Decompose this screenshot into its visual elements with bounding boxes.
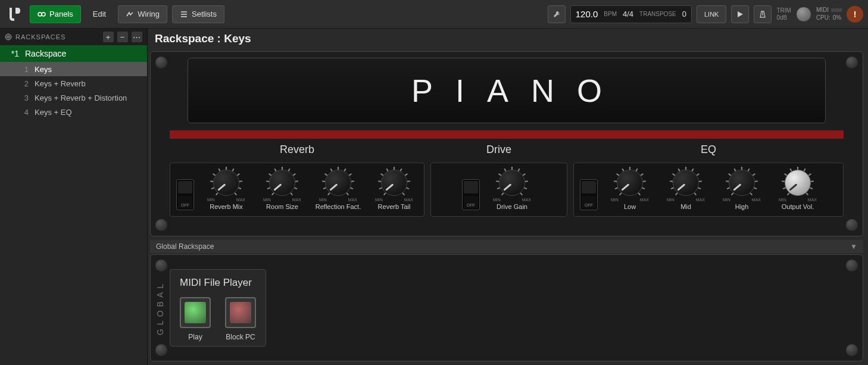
eq-section: OFF MINMAX Low MINMAX Mid MINMAX High MI…: [573, 163, 844, 217]
variation-name: Keys + Reverb + Distortion: [35, 93, 127, 102]
global-header-label: Global Rackspace: [156, 242, 214, 251]
trim-knob[interactable]: [796, 7, 811, 22]
drive-title: Drive: [430, 143, 567, 159]
knob[interactable]: [263, 167, 302, 199]
bypass-toggle[interactable]: OFF: [462, 179, 480, 210]
reverb-title: Reverb: [170, 143, 424, 159]
remove-rackspace-button[interactable]: −: [117, 32, 128, 42]
collapse-icon[interactable]: ▼: [850, 242, 857, 251]
toggle-label: OFF: [463, 203, 479, 207]
screw-icon: [155, 219, 167, 231]
sidebar-header: RACKSPACES + − ⋯: [0, 29, 147, 45]
sidebar: RACKSPACES + − ⋯ *1 Rackspace 1Keys2Keys…: [0, 29, 148, 365]
midi-led: [831, 8, 842, 12]
global-label: GLOBAL: [155, 280, 165, 335]
knob[interactable]: [492, 167, 532, 199]
status-box: MIDI CPU:0%: [816, 7, 842, 21]
midi-block-pad[interactable]: [225, 297, 256, 328]
topbar: Panels Edit Wiring Setlists 120.0 BPM 4/…: [0, 0, 868, 29]
knob-control: MINMAX Reverb Tail: [370, 167, 418, 210]
midi-file-player: MIDI File Player Play Block PC: [170, 269, 266, 347]
variation-item[interactable]: 1Keys: [0, 62, 147, 76]
knob[interactable]: [778, 167, 817, 199]
cpu-value: 0%: [833, 14, 841, 21]
variation-name: Keys + Reverb: [35, 79, 86, 88]
variation-name: Keys: [35, 65, 52, 74]
drive-section: OFF MINMAX Drive Gain: [430, 163, 567, 217]
add-rackspace-button[interactable]: +: [103, 32, 114, 42]
play-button[interactable]: [731, 5, 749, 23]
rackspace-num: *1: [6, 49, 19, 58]
wiring-label: Wiring: [138, 10, 160, 18]
global-header[interactable]: Global Rackspace ▼: [150, 240, 863, 253]
svg-point-0: [38, 13, 42, 16]
eq-title: EQ: [573, 143, 844, 159]
rackspace-more-button[interactable]: ⋯: [132, 32, 142, 42]
knob-control: MINMAX Low: [606, 167, 654, 210]
knob-label: Reverb Mix: [210, 203, 243, 210]
midi-play-pad[interactable]: [180, 297, 211, 328]
bypass-toggle[interactable]: OFF: [176, 179, 194, 210]
knob-label: Reflection Fact.: [316, 203, 361, 210]
screw-icon: [155, 57, 167, 68]
metronome-icon: [758, 10, 767, 18]
knob-label: Room Size: [266, 203, 298, 210]
screw-icon: [846, 260, 858, 272]
variation-item[interactable]: 3Keys + Reverb + Distortion: [0, 91, 147, 105]
toggle-label: OFF: [177, 203, 193, 207]
alert-icon[interactable]: !: [847, 6, 863, 23]
setlists-button[interactable]: Setlists: [172, 5, 224, 23]
transpose-value: 0: [682, 10, 686, 18]
link-button[interactable]: LINK: [697, 5, 726, 23]
metronome-button[interactable]: [754, 5, 772, 23]
timesig: 4/4: [623, 10, 633, 18]
variation-num: 1: [15, 65, 29, 74]
reverb-section: OFF MINMAX Reverb Mix MINMAX Room Size M…: [170, 163, 424, 217]
global-panel: GLOBAL MIDI File Player Play Block PC: [150, 254, 863, 361]
knob-label: Low: [624, 203, 636, 210]
knob[interactable]: [610, 167, 650, 199]
rackspace-item[interactable]: *1 Rackspace: [0, 45, 147, 62]
panels-button[interactable]: Panels: [30, 5, 81, 23]
midi-player-title: MIDI File Player: [180, 277, 256, 289]
knob-label: High: [735, 203, 749, 210]
link-label: LINK: [704, 11, 719, 18]
bypass-toggle[interactable]: OFF: [580, 179, 598, 210]
variation-num: 4: [15, 108, 29, 117]
wiring-icon: [126, 10, 134, 18]
knob[interactable]: [722, 167, 761, 199]
wiring-button[interactable]: Wiring: [118, 5, 167, 23]
knob[interactable]: [319, 167, 358, 199]
sidebar-title: RACKSPACES: [15, 33, 65, 40]
knob-label: Output Vol.: [782, 203, 814, 210]
tempo-box[interactable]: 120.0 BPM 4/4 TRANSPOSE 0: [570, 5, 692, 23]
knob[interactable]: [207, 167, 246, 199]
toggle-label: OFF: [580, 203, 597, 207]
screw-icon: [846, 57, 858, 68]
midi-label: MIDI: [816, 7, 829, 14]
knob[interactable]: [374, 167, 414, 199]
knob-control: MINMAX Reverb Mix: [202, 167, 250, 210]
knob[interactable]: [666, 167, 705, 199]
panels-icon: [38, 10, 46, 18]
edit-label: Edit: [93, 10, 106, 18]
knob-control: MINMAX Mid: [662, 167, 710, 210]
tempo-value: 120.0: [576, 9, 598, 19]
knob-control: MINMAX Drive Gain: [488, 167, 536, 210]
midi-play-label: Play: [188, 333, 202, 341]
rackspace-panel: PIANO Reverb OFF MINMAX Reverb Mix MINMA…: [150, 51, 863, 236]
edit-button[interactable]: Edit: [86, 5, 113, 23]
tuner-button[interactable]: [548, 5, 566, 23]
content: Rackspace : Keys PIANO Reverb OFF MINMAX…: [148, 29, 868, 365]
trim-label: TRIM: [776, 7, 791, 14]
variation-item[interactable]: 4Keys + EQ: [0, 105, 147, 119]
globe-icon[interactable]: [5, 33, 12, 40]
variation-name: Keys + EQ: [35, 108, 72, 117]
divider-bar: [170, 130, 844, 139]
content-title: Rackspace : Keys: [148, 29, 868, 49]
lcd-display: PIANO: [188, 58, 826, 123]
variation-item[interactable]: 2Keys + Reverb: [0, 76, 147, 91]
knob-label: Mid: [680, 203, 691, 210]
knob-control: MINMAX Reflection Fact.: [314, 167, 362, 210]
trim-value: 0dB: [776, 14, 791, 21]
